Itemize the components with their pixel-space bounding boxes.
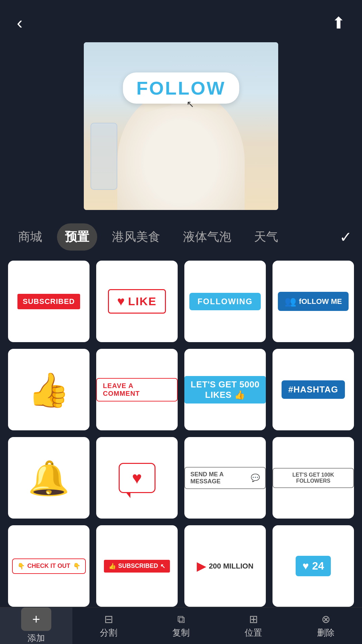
sticker-subscribed[interactable]: SUBSCRIBED <box>8 261 89 342</box>
add-label: 添加 <box>27 632 45 644</box>
sticker-24-likes[interactable]: ♥ 24 <box>273 525 354 607</box>
tab-hk-food[interactable]: 港风美食 <box>104 223 168 251</box>
position-label: 位置 <box>245 627 262 639</box>
confirm-button[interactable]: ✓ <box>340 228 352 246</box>
follow-sticker: FOLLOW <box>123 72 239 104</box>
check-it-text: CHECK IT OUT <box>27 562 70 570</box>
following-badge: FOLLOWING <box>189 293 261 310</box>
sticker-leave-comment[interactable]: LEAVE A COMMENT <box>96 349 178 430</box>
check-it-badge: 👇 CHECK IT OUT 👇 <box>12 558 86 574</box>
message-icon: 💬 <box>251 474 260 482</box>
share-button[interactable]: ⬆ <box>332 13 345 32</box>
people-icon: 👥 <box>285 296 296 307</box>
sticker-follow-me[interactable]: 👥 fOLLOW ME <box>273 261 354 342</box>
preview-canvas: FOLLOW ↖ <box>84 42 278 210</box>
tab-preset[interactable]: 预置 <box>57 223 97 251</box>
check-it-icons: 👇 CHECK IT OUT 👇 <box>17 562 80 570</box>
preview-container: FOLLOW ↖ <box>0 39 362 220</box>
subscribed2-text: SUBSCRIBED <box>118 562 158 570</box>
bottom-toolbar: + 添加 ⊟ 分割 ⧉ 复制 ⊞ 位置 ⊗ 删除 <box>0 607 362 644</box>
heart-24-icon: ♥ <box>302 560 309 572</box>
toolbar-add[interactable]: + 添加 <box>0 607 72 644</box>
delete-icon: ⊗ <box>321 613 330 626</box>
toolbar-delete[interactable]: ⊗ 删除 <box>290 613 362 639</box>
delete-label: 删除 <box>317 627 335 639</box>
tab-liquid-bubble[interactable]: 液体气泡 <box>175 223 239 251</box>
sticker-heart-message[interactable]: ♥ <box>96 437 178 519</box>
sticker-thumbsup[interactable]: 👍 <box>8 349 89 430</box>
toolbar-position[interactable]: ⊞ 位置 <box>217 613 290 639</box>
sticker-100k-followers[interactable]: LET'S GET 100K FOLLOWERS <box>273 437 354 519</box>
sticker-200-million[interactable]: ▶ 200 MILLION <box>184 525 266 607</box>
split-icon: ⊟ <box>104 613 113 626</box>
thumbsup-icon: 👍 <box>28 373 70 407</box>
split-label: 分割 <box>100 627 117 639</box>
subscribed2-badge: 👍 SUBSCRIBED ↖ <box>104 560 170 573</box>
sticker-hashtag[interactable]: #HASHTAG <box>273 349 354 430</box>
toolbar-split[interactable]: ⊟ 分割 <box>72 613 145 639</box>
5000likes-text: LET'S GET 5000 LIKES 👍 <box>191 379 259 400</box>
message-bubble: ♥ <box>119 463 156 493</box>
sticker-grid: SUBSCRIBED ♥ LIKE FOLLOWING 👥 fOLLOW ME … <box>0 261 362 644</box>
100k-badge: LET'S GET 100K FOLLOWERS <box>273 468 354 488</box>
24likes-badge: ♥ 24 <box>296 556 331 576</box>
position-icon: ⊞ <box>249 613 258 626</box>
bubble-heart-icon: ♥ <box>132 468 142 488</box>
sticker-5000likes[interactable]: LET'S GET 5000 LIKES 👍 <box>184 349 266 430</box>
send-message-badge: SEND ME A MESSAGE 💬 <box>184 467 266 489</box>
follow-me-badge: 👥 fOLLOW ME <box>278 292 349 311</box>
200m-text: 200 MILLION <box>209 562 253 571</box>
sticker-following[interactable]: FOLLOWING <box>184 261 266 342</box>
24-count: 24 <box>312 560 324 572</box>
back-button[interactable]: ‹ <box>17 14 22 32</box>
play-icon: ▶ <box>197 559 205 573</box>
send-msg-text: SEND ME A MESSAGE <box>190 471 248 485</box>
copy-icon: ⧉ <box>177 613 185 626</box>
copy-label: 复制 <box>172 627 190 639</box>
follow-me-text: fOLLOW ME <box>299 297 342 306</box>
subscribed-badge: SUBSCRIBED <box>17 294 80 309</box>
heart-message-badge: ♥ <box>119 463 156 493</box>
5000likes-badge: LET'S GET 5000 LIKES 👍 <box>184 376 266 404</box>
like-text: LIKE <box>128 295 157 308</box>
comment-badge: LEAVE A COMMENT <box>96 378 178 401</box>
sticker-check-it-out[interactable]: 👇 CHECK IT OUT 👇 <box>8 525 89 607</box>
sticker-subscribed-2[interactable]: 👍 SUBSCRIBED ↖ <box>96 525 178 607</box>
like-badge: ♥ LIKE <box>108 289 166 314</box>
cursor-small-icon: ↖ <box>160 562 165 570</box>
bell-icon: 🔔 <box>28 461 70 495</box>
200m-badge: ▶ 200 MILLION <box>197 559 253 573</box>
sticker-bell[interactable]: 🔔 <box>8 437 89 519</box>
follow-text: FOLLOW <box>136 77 226 99</box>
toolbar-copy[interactable]: ⧉ 复制 <box>145 613 217 639</box>
category-tabs: 商城 预置 港风美食 液体气泡 天气 ✓ <box>0 220 362 254</box>
add-icon-box: + <box>21 607 51 631</box>
cursor-icon: ↖ <box>186 99 194 110</box>
lab-glass-decoration <box>90 123 117 190</box>
hashtag-badge: #HASHTAG <box>282 380 345 399</box>
heart-icon: ♥ <box>117 294 125 309</box>
sticker-like[interactable]: ♥ LIKE <box>96 261 178 342</box>
sticker-send-message[interactable]: SEND ME A MESSAGE 💬 <box>184 437 266 519</box>
tab-shop[interactable]: 商城 <box>10 223 50 251</box>
thumbsup-small-icon: 👍 <box>109 562 116 570</box>
left-hand-icon: 👇 <box>17 562 25 570</box>
right-hand-icon: 👇 <box>73 562 80 570</box>
header: ‹ ⬆ <box>0 0 362 39</box>
tab-weather[interactable]: 天气 <box>246 223 286 251</box>
plus-icon: + <box>32 612 40 627</box>
